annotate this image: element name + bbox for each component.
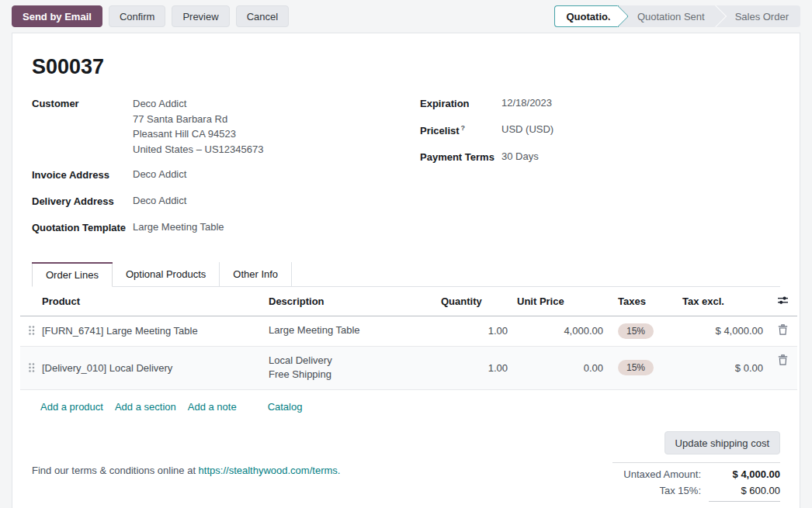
untaxed-amount-value: $ 4,000.00 <box>709 468 780 480</box>
update-shipping-cost-button[interactable]: Update shipping cost <box>665 431 780 454</box>
tab-order-lines[interactable]: Order Lines <box>32 262 113 287</box>
payment-terms-value[interactable]: 30 Days <box>501 150 539 165</box>
tax-badge[interactable]: 15% <box>618 360 654 375</box>
terms-text: Find our terms & conditions online at <box>32 465 199 476</box>
subtotal-cell: $ 0.00 <box>678 346 768 390</box>
preview-button[interactable]: Preview <box>172 5 229 27</box>
product-column-header[interactable]: Product <box>37 287 264 316</box>
delete-row-button[interactable] <box>778 354 788 368</box>
field-quotation-template: Quotation Template Large Meeting Table <box>32 220 420 236</box>
unit-price-column-header[interactable]: Unit Price <box>512 287 608 316</box>
handle-column-header <box>20 287 37 316</box>
notebook-tabs: Order Lines Optional Products Other Info <box>32 262 780 287</box>
customer-value[interactable]: Deco Addict 77 Santa Barbara Rd Pleasant… <box>133 96 263 157</box>
table-row[interactable]: [FURN_6741] Large Meeting Table Large Me… <box>20 316 797 346</box>
action-buttons: Send by Email Confirm Preview Cancel <box>12 5 289 27</box>
field-expiration: Expiration 12/18/2023 <box>420 96 780 112</box>
table-header-row: Product Description Quantity Unit Price … <box>20 287 797 316</box>
form-sheet: S00037 Customer Deco Addict 77 Santa Bar… <box>12 33 800 508</box>
delete-row-button[interactable] <box>778 324 788 337</box>
page-title[interactable]: S00037 <box>32 55 780 79</box>
confirm-button[interactable]: Confirm <box>109 5 166 27</box>
customer-label: Customer <box>32 96 133 157</box>
optional-columns-header <box>768 287 797 316</box>
untaxed-amount-label: Untaxed Amount: <box>612 468 709 480</box>
description-line: Large Meeting Table <box>269 323 432 338</box>
invoice-address-label: Invoice Address <box>32 168 133 183</box>
invoice-address-value[interactable]: Deco Addict <box>133 168 186 183</box>
pricelist-label: Pricelist? <box>420 123 501 139</box>
payment-terms-label: Payment Terms <box>420 150 501 165</box>
tab-other-info[interactable]: Other Info <box>220 262 292 287</box>
field-invoice-address: Invoice Address Deco Addict <box>32 168 420 183</box>
quotation-template-label: Quotation Template <box>32 220 133 236</box>
send-by-email-button[interactable]: Send by Email <box>12 5 102 27</box>
status-step-sales-order[interactable]: Sales Order <box>717 5 800 27</box>
order-lines-table: Product Description Quantity Unit Price … <box>20 287 797 391</box>
drag-handle-icon[interactable] <box>25 361 35 375</box>
status-step-quotation-sent[interactable]: Quotation Sent <box>619 5 717 27</box>
expiration-label: Expiration <box>420 96 501 112</box>
tax-row: Tax 15%: $ 600.00 <box>612 485 780 496</box>
unit-price-cell[interactable]: 4,000.00 <box>512 316 608 346</box>
total-row: Total: $ 4,600.00 <box>612 501 780 508</box>
customer-street: 77 Santa Barbara Rd <box>133 112 263 127</box>
control-panel: Send by Email Confirm Preview Cancel Quo… <box>0 0 812 33</box>
tax-value: $ 600.00 <box>709 485 780 496</box>
expiration-value[interactable]: 12/18/2023 <box>501 96 552 112</box>
description-line: Local Delivery <box>269 354 432 368</box>
description-cell[interactable]: Local Delivery Free Shipping <box>264 346 436 390</box>
quantity-column-header[interactable]: Quantity <box>436 287 512 316</box>
status-step-quotation[interactable]: Quotation <box>554 5 619 27</box>
totals-section: Update shipping cost Untaxed Amount: $ 4… <box>612 431 780 508</box>
quantity-cell[interactable]: 1.00 <box>436 316 512 346</box>
field-delivery-address: Delivery Address Deco Addict <box>32 194 420 209</box>
description-cell[interactable]: Large Meeting Table <box>264 316 436 346</box>
pricelist-label-text: Pricelist <box>420 125 460 137</box>
delivery-address-value[interactable]: Deco Addict <box>133 194 186 209</box>
product-cell[interactable]: [Delivery_010] Local Delivery <box>37 346 264 390</box>
customer-country: United States – US12345673 <box>133 142 263 157</box>
tax-label: Tax 15%: <box>612 485 709 496</box>
taxes-cell[interactable]: 15% <box>608 316 678 346</box>
line-action-links: Add a product Add a section Add a note C… <box>40 401 780 413</box>
unit-price-cell[interactable]: 0.00 <box>512 346 608 390</box>
add-a-product-link[interactable]: Add a product <box>40 401 103 413</box>
delivery-address-label: Delivery Address <box>32 194 133 209</box>
pricelist-help-icon[interactable]: ? <box>461 124 466 132</box>
terms-and-conditions: Find our terms & conditions online at ht… <box>32 431 612 508</box>
table-row[interactable]: [Delivery_010] Local Delivery Local Deli… <box>20 346 797 390</box>
terms-link[interactable]: https://stealthywood.com/terms. <box>199 465 341 476</box>
field-pricelist: Pricelist? USD (USD) <box>420 123 780 139</box>
description-column-header[interactable]: Description <box>264 287 436 316</box>
taxes-column-header[interactable]: Taxes <box>608 287 678 316</box>
drag-handle-icon[interactable] <box>25 323 35 338</box>
tab-optional-products[interactable]: Optional Products <box>113 262 220 287</box>
quotation-template-value[interactable]: Large Meeting Table <box>133 220 224 236</box>
field-payment-terms: Payment Terms 30 Days <box>420 150 780 165</box>
taxes-cell[interactable]: 15% <box>608 346 678 390</box>
pricelist-value[interactable]: USD (USD) <box>501 123 553 139</box>
subtotal-cell: $ 4,000.00 <box>678 316 768 346</box>
sheet-footer: Find our terms & conditions online at ht… <box>32 431 780 508</box>
untaxed-amount-row: Untaxed Amount: $ 4,000.00 <box>612 468 780 480</box>
cancel-button[interactable]: Cancel <box>236 5 289 27</box>
trash-icon <box>778 356 788 368</box>
description-line: Free Shipping <box>269 368 432 382</box>
subtotal-column-header[interactable]: Tax excl. <box>678 287 768 316</box>
total-label: Total: <box>612 503 709 508</box>
totals-table: Untaxed Amount: $ 4,000.00 Tax 15%: $ 60… <box>612 462 780 508</box>
product-cell[interactable]: [FURN_6741] Large Meeting Table <box>37 316 264 346</box>
trash-icon <box>778 326 788 337</box>
field-customer: Customer Deco Addict 77 Santa Barbara Rd… <box>32 96 420 157</box>
total-value: $ 4,600.00 <box>709 501 780 508</box>
tax-badge[interactable]: 15% <box>618 323 654 339</box>
customer-city: Pleasant Hill CA 94523 <box>133 126 263 142</box>
status-pipeline: Quotation Quotation Sent Sales Order <box>554 5 801 27</box>
add-a-section-link[interactable]: Add a section <box>115 401 176 413</box>
quantity-cell[interactable]: 1.00 <box>436 346 512 390</box>
customer-name[interactable]: Deco Addict <box>133 96 263 112</box>
optional-columns-icon[interactable] <box>777 296 789 308</box>
catalog-link[interactable]: Catalog <box>268 401 303 413</box>
add-a-note-link[interactable]: Add a note <box>188 401 237 413</box>
